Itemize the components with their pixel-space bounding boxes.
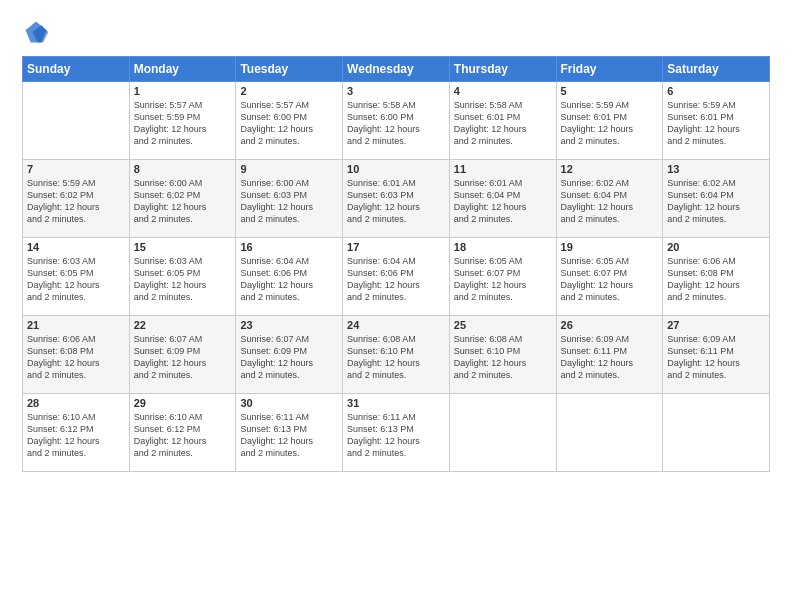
day-info: Sunrise: 5:58 AM Sunset: 6:00 PM Dayligh… <box>347 99 445 148</box>
day-info: Sunrise: 6:00 AM Sunset: 6:02 PM Dayligh… <box>134 177 232 226</box>
calendar-week-2: 7Sunrise: 5:59 AM Sunset: 6:02 PM Daylig… <box>23 160 770 238</box>
day-number: 4 <box>454 85 552 97</box>
calendar-cell: 16Sunrise: 6:04 AM Sunset: 6:06 PM Dayli… <box>236 238 343 316</box>
day-number: 12 <box>561 163 659 175</box>
day-number: 20 <box>667 241 765 253</box>
day-info: Sunrise: 6:06 AM Sunset: 6:08 PM Dayligh… <box>667 255 765 304</box>
calendar-cell: 20Sunrise: 6:06 AM Sunset: 6:08 PM Dayli… <box>663 238 770 316</box>
calendar-cell: 31Sunrise: 6:11 AM Sunset: 6:13 PM Dayli… <box>343 394 450 472</box>
calendar-cell: 7Sunrise: 5:59 AM Sunset: 6:02 PM Daylig… <box>23 160 130 238</box>
calendar-cell <box>449 394 556 472</box>
day-number: 25 <box>454 319 552 331</box>
calendar-cell: 11Sunrise: 6:01 AM Sunset: 6:04 PM Dayli… <box>449 160 556 238</box>
calendar-cell: 1Sunrise: 5:57 AM Sunset: 5:59 PM Daylig… <box>129 82 236 160</box>
day-number: 9 <box>240 163 338 175</box>
day-number: 15 <box>134 241 232 253</box>
logo-icon <box>22 18 50 46</box>
day-number: 30 <box>240 397 338 409</box>
calendar-cell: 23Sunrise: 6:07 AM Sunset: 6:09 PM Dayli… <box>236 316 343 394</box>
day-info: Sunrise: 6:08 AM Sunset: 6:10 PM Dayligh… <box>454 333 552 382</box>
logo <box>22 18 54 46</box>
day-info: Sunrise: 6:00 AM Sunset: 6:03 PM Dayligh… <box>240 177 338 226</box>
day-info: Sunrise: 6:11 AM Sunset: 6:13 PM Dayligh… <box>240 411 338 460</box>
calendar-cell: 24Sunrise: 6:08 AM Sunset: 6:10 PM Dayli… <box>343 316 450 394</box>
day-number: 17 <box>347 241 445 253</box>
day-number: 26 <box>561 319 659 331</box>
day-info: Sunrise: 5:57 AM Sunset: 5:59 PM Dayligh… <box>134 99 232 148</box>
calendar-cell: 17Sunrise: 6:04 AM Sunset: 6:06 PM Dayli… <box>343 238 450 316</box>
day-number: 19 <box>561 241 659 253</box>
calendar-cell: 29Sunrise: 6:10 AM Sunset: 6:12 PM Dayli… <box>129 394 236 472</box>
day-number: 28 <box>27 397 125 409</box>
calendar-cell: 26Sunrise: 6:09 AM Sunset: 6:11 PM Dayli… <box>556 316 663 394</box>
day-info: Sunrise: 6:02 AM Sunset: 6:04 PM Dayligh… <box>667 177 765 226</box>
day-number: 7 <box>27 163 125 175</box>
day-info: Sunrise: 6:08 AM Sunset: 6:10 PM Dayligh… <box>347 333 445 382</box>
page: SundayMondayTuesdayWednesdayThursdayFrid… <box>0 0 792 612</box>
day-info: Sunrise: 6:04 AM Sunset: 6:06 PM Dayligh… <box>347 255 445 304</box>
calendar-header-monday: Monday <box>129 57 236 82</box>
calendar-cell: 25Sunrise: 6:08 AM Sunset: 6:10 PM Dayli… <box>449 316 556 394</box>
day-number: 16 <box>240 241 338 253</box>
day-info: Sunrise: 6:05 AM Sunset: 6:07 PM Dayligh… <box>454 255 552 304</box>
day-number: 24 <box>347 319 445 331</box>
calendar-cell <box>663 394 770 472</box>
day-info: Sunrise: 5:59 AM Sunset: 6:01 PM Dayligh… <box>667 99 765 148</box>
day-info: Sunrise: 5:59 AM Sunset: 6:01 PM Dayligh… <box>561 99 659 148</box>
day-number: 10 <box>347 163 445 175</box>
day-number: 27 <box>667 319 765 331</box>
calendar-cell <box>556 394 663 472</box>
day-number: 14 <box>27 241 125 253</box>
day-info: Sunrise: 6:02 AM Sunset: 6:04 PM Dayligh… <box>561 177 659 226</box>
calendar-cell: 4Sunrise: 5:58 AM Sunset: 6:01 PM Daylig… <box>449 82 556 160</box>
calendar-cell: 27Sunrise: 6:09 AM Sunset: 6:11 PM Dayli… <box>663 316 770 394</box>
calendar-table: SundayMondayTuesdayWednesdayThursdayFrid… <box>22 56 770 472</box>
calendar-cell: 21Sunrise: 6:06 AM Sunset: 6:08 PM Dayli… <box>23 316 130 394</box>
day-info: Sunrise: 6:07 AM Sunset: 6:09 PM Dayligh… <box>134 333 232 382</box>
calendar-cell: 2Sunrise: 5:57 AM Sunset: 6:00 PM Daylig… <box>236 82 343 160</box>
day-number: 8 <box>134 163 232 175</box>
day-info: Sunrise: 6:06 AM Sunset: 6:08 PM Dayligh… <box>27 333 125 382</box>
calendar-cell: 9Sunrise: 6:00 AM Sunset: 6:03 PM Daylig… <box>236 160 343 238</box>
calendar-cell: 14Sunrise: 6:03 AM Sunset: 6:05 PM Dayli… <box>23 238 130 316</box>
day-info: Sunrise: 6:04 AM Sunset: 6:06 PM Dayligh… <box>240 255 338 304</box>
calendar-week-3: 14Sunrise: 6:03 AM Sunset: 6:05 PM Dayli… <box>23 238 770 316</box>
day-info: Sunrise: 6:07 AM Sunset: 6:09 PM Dayligh… <box>240 333 338 382</box>
calendar-cell: 3Sunrise: 5:58 AM Sunset: 6:00 PM Daylig… <box>343 82 450 160</box>
calendar-cell: 6Sunrise: 5:59 AM Sunset: 6:01 PM Daylig… <box>663 82 770 160</box>
day-info: Sunrise: 6:11 AM Sunset: 6:13 PM Dayligh… <box>347 411 445 460</box>
day-info: Sunrise: 5:57 AM Sunset: 6:00 PM Dayligh… <box>240 99 338 148</box>
day-info: Sunrise: 6:01 AM Sunset: 6:04 PM Dayligh… <box>454 177 552 226</box>
calendar-week-1: 1Sunrise: 5:57 AM Sunset: 5:59 PM Daylig… <box>23 82 770 160</box>
calendar-cell: 15Sunrise: 6:03 AM Sunset: 6:05 PM Dayli… <box>129 238 236 316</box>
calendar-week-5: 28Sunrise: 6:10 AM Sunset: 6:12 PM Dayli… <box>23 394 770 472</box>
day-info: Sunrise: 6:01 AM Sunset: 6:03 PM Dayligh… <box>347 177 445 226</box>
day-number: 5 <box>561 85 659 97</box>
calendar-header-saturday: Saturday <box>663 57 770 82</box>
calendar-cell: 5Sunrise: 5:59 AM Sunset: 6:01 PM Daylig… <box>556 82 663 160</box>
calendar-cell: 30Sunrise: 6:11 AM Sunset: 6:13 PM Dayli… <box>236 394 343 472</box>
calendar-header-thursday: Thursday <box>449 57 556 82</box>
calendar-cell: 8Sunrise: 6:00 AM Sunset: 6:02 PM Daylig… <box>129 160 236 238</box>
calendar-cell: 28Sunrise: 6:10 AM Sunset: 6:12 PM Dayli… <box>23 394 130 472</box>
day-info: Sunrise: 5:58 AM Sunset: 6:01 PM Dayligh… <box>454 99 552 148</box>
day-info: Sunrise: 6:05 AM Sunset: 6:07 PM Dayligh… <box>561 255 659 304</box>
day-number: 23 <box>240 319 338 331</box>
day-number: 6 <box>667 85 765 97</box>
day-info: Sunrise: 6:03 AM Sunset: 6:05 PM Dayligh… <box>134 255 232 304</box>
day-number: 18 <box>454 241 552 253</box>
day-number: 21 <box>27 319 125 331</box>
day-number: 11 <box>454 163 552 175</box>
calendar-cell <box>23 82 130 160</box>
day-number: 3 <box>347 85 445 97</box>
calendar-cell: 12Sunrise: 6:02 AM Sunset: 6:04 PM Dayli… <box>556 160 663 238</box>
day-info: Sunrise: 5:59 AM Sunset: 6:02 PM Dayligh… <box>27 177 125 226</box>
day-number: 22 <box>134 319 232 331</box>
calendar-header-tuesday: Tuesday <box>236 57 343 82</box>
calendar-cell: 10Sunrise: 6:01 AM Sunset: 6:03 PM Dayli… <box>343 160 450 238</box>
day-number: 29 <box>134 397 232 409</box>
header <box>22 18 770 46</box>
calendar-header-row: SundayMondayTuesdayWednesdayThursdayFrid… <box>23 57 770 82</box>
day-number: 1 <box>134 85 232 97</box>
day-number: 13 <box>667 163 765 175</box>
